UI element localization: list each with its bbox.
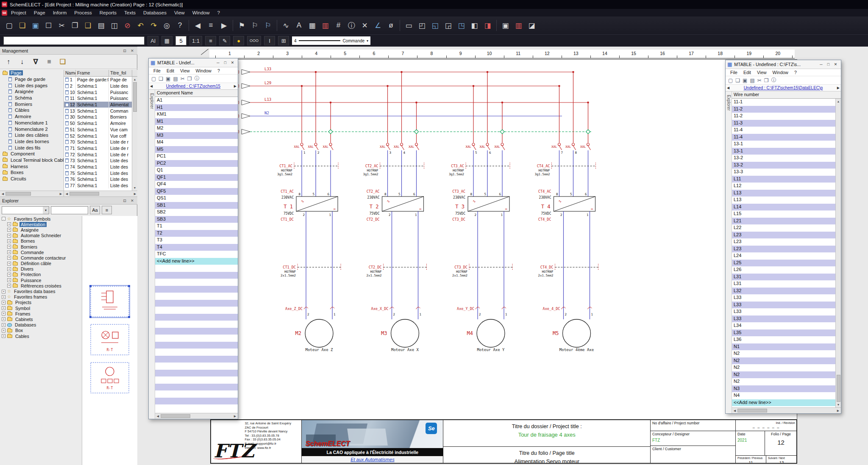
copy-icon[interactable]: ❐ bbox=[764, 78, 769, 83]
move-up-icon[interactable]: ↑ bbox=[3, 57, 14, 67]
list-item[interactable]: QF4 bbox=[155, 181, 238, 188]
grid-display-icon[interactable]: ▦ bbox=[161, 36, 172, 45]
explorer-item-databases[interactable]: +Databases bbox=[0, 322, 82, 328]
scroll-left-icon[interactable]: ◀ bbox=[732, 408, 737, 413]
copy-icon[interactable]: ❐ bbox=[187, 76, 192, 82]
explorer-item-box[interactable]: +Box bbox=[0, 328, 82, 333]
tree-item-page[interactable]: Page bbox=[0, 70, 64, 76]
menu-item-texts[interactable]: Texts bbox=[120, 10, 139, 16]
list-item[interactable]: L33 bbox=[732, 308, 835, 316]
open-folder-icon[interactable]: ❏ bbox=[16, 19, 29, 32]
cut-icon[interactable]: ✂ bbox=[757, 78, 762, 83]
scroll-left-icon[interactable]: ◀ bbox=[155, 413, 161, 419]
folder-view-icon[interactable]: ❏ bbox=[58, 57, 68, 67]
list-item[interactable] bbox=[155, 370, 238, 377]
table-row[interactable]: 77Schéma:1Liste des bbox=[64, 183, 137, 189]
list-item[interactable]: 11-2 bbox=[732, 106, 835, 113]
pencil-tool-icon[interactable]: ✎ bbox=[219, 36, 230, 45]
list-item[interactable]: N3 bbox=[732, 385, 835, 393]
explorer-item-cabinets[interactable]: +Cabinets bbox=[0, 316, 82, 322]
list-item[interactable]: M3 bbox=[155, 132, 238, 139]
save-icon[interactable]: ▣ bbox=[166, 76, 170, 82]
docked-explorer-tab[interactable]: Explorer bbox=[149, 90, 155, 419]
list-item[interactable]: 11-1 bbox=[732, 99, 835, 106]
list-item[interactable]: L21 bbox=[732, 218, 835, 225]
expander-icon[interactable]: + bbox=[7, 284, 11, 288]
minimize-icon[interactable]: ─ bbox=[214, 61, 222, 65]
list-item[interactable]: PC1 bbox=[155, 153, 238, 160]
list-item[interactable]: TFC bbox=[155, 251, 238, 258]
expander-icon[interactable]: + bbox=[7, 262, 11, 266]
list-item[interactable]: H1 bbox=[155, 104, 238, 111]
tree-item-araign-e[interactable]: Araignée bbox=[0, 89, 64, 95]
symbol-preview-tile[interactable] bbox=[89, 285, 130, 319]
list-item[interactable]: L33 bbox=[732, 294, 835, 302]
select-flag2-icon[interactable]: ⚐ bbox=[248, 19, 262, 32]
list-item[interactable]: QS1 bbox=[155, 195, 238, 202]
print-icon[interactable]: ▤ bbox=[173, 76, 178, 82]
bubble-edit-icon[interactable]: ◲ bbox=[442, 19, 455, 32]
bubble-note-icon[interactable]: ◰ bbox=[415, 19, 428, 32]
tree-item-circuits[interactable]: Circuits bbox=[0, 176, 64, 182]
frame-icon[interactable]: ▭ bbox=[402, 19, 415, 32]
image-icon[interactable]: ▣ bbox=[499, 19, 512, 32]
list-item[interactable]: 13-2 bbox=[732, 162, 835, 169]
list-item[interactable] bbox=[155, 404, 238, 412]
bubble-blue-icon[interactable]: ◱ bbox=[428, 19, 442, 32]
select-flag3-icon[interactable]: ⚐ bbox=[262, 19, 275, 32]
scroll-down-icon[interactable]: ▼ bbox=[836, 402, 841, 407]
explorer-item-automate-schneider[interactable]: +Automate Schneider bbox=[0, 233, 82, 238]
list-item[interactable]: L31 bbox=[732, 274, 835, 281]
list-item[interactable]: M2 bbox=[155, 125, 238, 132]
list-item[interactable]: N2 bbox=[732, 371, 835, 379]
list-item[interactable]: L13 bbox=[732, 197, 835, 204]
expander-icon[interactable]: + bbox=[2, 295, 6, 299]
list-item[interactable]: L33 bbox=[732, 316, 835, 323]
redo-icon[interactable]: ↷ bbox=[147, 19, 160, 32]
menu-item-project[interactable]: Project bbox=[7, 10, 30, 16]
expander-icon[interactable]: + bbox=[2, 301, 6, 304]
open-icon[interactable]: ❏ bbox=[735, 78, 740, 83]
image-red-icon[interactable]: ▥ bbox=[512, 19, 525, 32]
explorer-item-alimentation[interactable]: +Alimentation bbox=[0, 221, 82, 227]
list-item[interactable]: 11-3 bbox=[732, 120, 835, 127]
list-item[interactable]: L26 bbox=[732, 266, 835, 274]
multi-output-icon[interactable]: OOO bbox=[247, 36, 261, 45]
expander-icon[interactable]: + bbox=[7, 228, 11, 232]
menu-item-view[interactable]: View bbox=[170, 10, 189, 16]
expander-icon[interactable]: + bbox=[7, 234, 11, 238]
text-tool-icon[interactable]: A bbox=[292, 19, 306, 32]
wire-style-select[interactable]: 4 Commande ▾ bbox=[292, 36, 370, 45]
list-item[interactable] bbox=[155, 376, 238, 384]
menu-item-reports[interactable]: Reports bbox=[96, 10, 120, 16]
hide-wire-icon[interactable]: ø bbox=[384, 19, 398, 32]
list-column-header[interactable]: Wire number bbox=[732, 91, 841, 99]
list-item[interactable]: L24 bbox=[732, 252, 835, 260]
expander-icon[interactable]: + bbox=[7, 245, 11, 249]
explorer-item-puissance[interactable]: +Puissance bbox=[0, 277, 82, 283]
management-table-hscrollbar[interactable]: ◀▶ bbox=[64, 191, 138, 197]
motor-symbol-M2[interactable] bbox=[305, 319, 333, 347]
tree-item-sch-ma[interactable]: Schéma bbox=[0, 95, 64, 101]
list-item[interactable]: Q1 bbox=[155, 167, 238, 174]
move-down-icon[interactable]: ↓ bbox=[17, 57, 27, 67]
list-item[interactable] bbox=[155, 279, 238, 286]
menu-item-databases[interactable]: Databases bbox=[139, 10, 170, 16]
explorer-item-divers[interactable]: +Divers bbox=[0, 266, 82, 272]
management-tree-hscrollbar[interactable]: ◀▶ bbox=[0, 191, 64, 197]
tree-item-component[interactable]: Component bbox=[0, 151, 64, 157]
copy-icon[interactable]: ❐ bbox=[68, 19, 81, 32]
list-item[interactable]: N2 bbox=[732, 378, 835, 385]
page-list-icon[interactable]: ≡ bbox=[204, 19, 217, 32]
list-item[interactable] bbox=[155, 356, 238, 363]
list-item[interactable] bbox=[155, 363, 238, 370]
list-item[interactable]: SB3 bbox=[155, 216, 238, 223]
wire-tool-icon[interactable]: ∿ bbox=[279, 19, 292, 32]
column-header-titre_fol[interactable]: Titre_fol bbox=[109, 70, 132, 76]
list-view-icon[interactable]: ≡ bbox=[44, 57, 54, 67]
table-row[interactable]: 10Schéma:1Puissanc bbox=[64, 89, 137, 95]
open-icon[interactable]: ❏ bbox=[159, 76, 163, 82]
explorer-item-commande[interactable]: +Commande bbox=[0, 249, 82, 255]
table-row[interactable]: 50Schéma:1Armoire bbox=[64, 120, 137, 127]
window-menu-file[interactable]: File bbox=[727, 70, 740, 75]
